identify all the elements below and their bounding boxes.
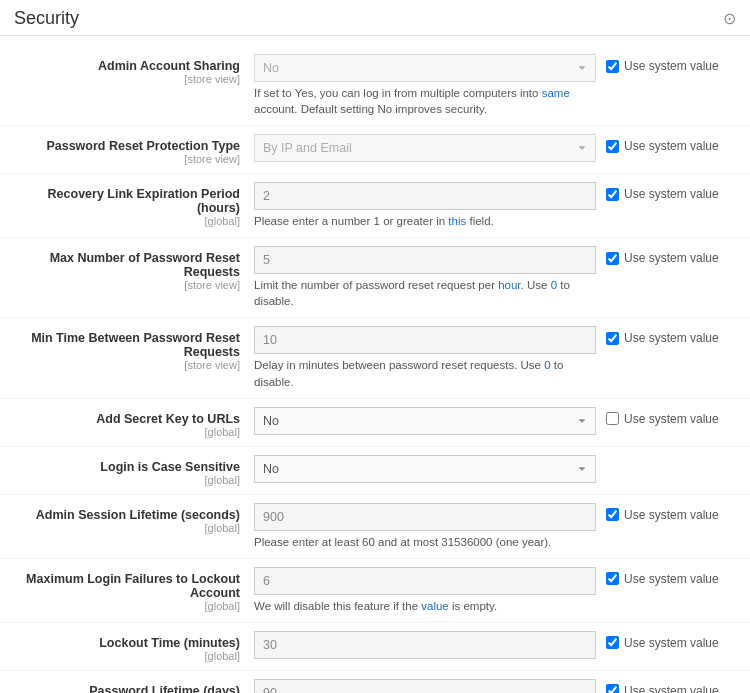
checkbox-col-lockout_time: Use system value: [606, 631, 736, 650]
use-system-checkbox-recovery_link_expiration_period[interactable]: [606, 188, 619, 201]
field-scope-max_login_failures: [global]: [14, 600, 240, 612]
input-col-admin_session_lifetime: Please enter at least 60 and at most 315…: [254, 503, 606, 550]
use-system-checkbox-password_reset_protection_type[interactable]: [606, 140, 619, 153]
form-row-max_password_reset_requests: Max Number of Password Reset Requests[st…: [0, 238, 750, 318]
use-system-text-password_reset_protection_type: Use system value: [624, 139, 719, 153]
use-system-text-admin_account_sharing: Use system value: [624, 59, 719, 73]
label-col-admin_session_lifetime: Admin Session Lifetime (seconds)[global]: [14, 503, 254, 534]
select-login_case_sensitive[interactable]: NoYes: [254, 455, 596, 483]
page-title: Security: [14, 8, 79, 29]
form-row-add_secret_key: Add Secret Key to URLs[global]NoYesUse s…: [0, 399, 750, 447]
field-scope-recovery_link_expiration_period: [global]: [14, 215, 240, 227]
checkbox-col-login_case_sensitive: [606, 455, 736, 460]
field-scope-admin_account_sharing: [store view]: [14, 73, 240, 85]
form-row-admin_account_sharing: Admin Account Sharing[store view]NoYesIf…: [0, 46, 750, 126]
use-system-text-password_lifetime: Use system value: [624, 684, 719, 693]
note-link-0[interactable]: 0: [551, 279, 557, 291]
field-note-max_login_failures: We will disable this feature if the valu…: [254, 598, 596, 614]
use-system-label-lockout_time[interactable]: Use system value: [606, 636, 719, 650]
use-system-label-password_lifetime[interactable]: Use system value: [606, 684, 719, 693]
use-system-label-min_time_between_resets[interactable]: Use system value: [606, 331, 719, 345]
label-col-add_secret_key: Add Secret Key to URLs[global]: [14, 407, 254, 438]
label-col-recovery_link_expiration_period: Recovery Link Expiration Period (hours)[…: [14, 182, 254, 227]
field-scope-max_password_reset_requests: [store view]: [14, 279, 240, 291]
page-header: Security ⊙: [0, 0, 750, 36]
use-system-label-recovery_link_expiration_period[interactable]: Use system value: [606, 187, 719, 201]
checkbox-col-admin_session_lifetime: Use system value: [606, 503, 736, 522]
use-system-checkbox-admin_session_lifetime[interactable]: [606, 508, 619, 521]
checkbox-col-admin_account_sharing: Use system value: [606, 54, 736, 73]
input-lockout_time[interactable]: [254, 631, 596, 659]
input-col-max_password_reset_requests: Limit the number of password reset reque…: [254, 246, 606, 309]
field-scope-lockout_time: [global]: [14, 650, 240, 662]
field-note-link-max_login_failures[interactable]: value: [421, 600, 449, 612]
field-label-password_lifetime: Password Lifetime (days): [14, 684, 240, 693]
use-system-checkbox-password_lifetime[interactable]: [606, 684, 619, 693]
field-note-link-admin_account_sharing[interactable]: same: [542, 87, 570, 99]
use-system-label-admin_account_sharing[interactable]: Use system value: [606, 59, 719, 73]
label-col-login_case_sensitive: Login is Case Sensitive[global]: [14, 455, 254, 486]
content-area: Admin Account Sharing[store view]NoYesIf…: [0, 36, 750, 693]
checkbox-col-password_reset_protection_type: Use system value: [606, 134, 736, 153]
label-col-admin_account_sharing: Admin Account Sharing[store view]: [14, 54, 254, 85]
use-system-checkbox-min_time_between_resets[interactable]: [606, 332, 619, 345]
label-col-password_lifetime: Password Lifetime (days)[global]: [14, 679, 254, 693]
label-col-max_login_failures: Maximum Login Failures to Lockout Accoun…: [14, 567, 254, 612]
input-min_time_between_resets[interactable]: [254, 326, 596, 354]
use-system-text-admin_session_lifetime: Use system value: [624, 508, 719, 522]
use-system-checkbox-admin_account_sharing[interactable]: [606, 60, 619, 73]
form-row-max_login_failures: Maximum Login Failures to Lockout Accoun…: [0, 559, 750, 623]
use-system-label-admin_session_lifetime[interactable]: Use system value: [606, 508, 719, 522]
input-col-admin_account_sharing: NoYesIf set to Yes, you can log in from …: [254, 54, 606, 117]
field-scope-password_reset_protection_type: [store view]: [14, 153, 240, 165]
checkbox-col-password_lifetime: Use system value: [606, 679, 736, 693]
field-label-password_reset_protection_type: Password Reset Protection Type: [14, 139, 240, 153]
field-scope-login_case_sensitive: [global]: [14, 474, 240, 486]
form-row-password_reset_protection_type: Password Reset Protection Type[store vie…: [0, 126, 750, 174]
input-password_lifetime[interactable]: [254, 679, 596, 693]
field-label-login_case_sensitive: Login is Case Sensitive: [14, 460, 240, 474]
use-system-text-max_login_failures: Use system value: [624, 572, 719, 586]
select-add_secret_key[interactable]: NoYes: [254, 407, 596, 435]
input-col-add_secret_key: NoYes: [254, 407, 606, 435]
use-system-text-lockout_time: Use system value: [624, 636, 719, 650]
use-system-checkbox-lockout_time[interactable]: [606, 636, 619, 649]
use-system-text-min_time_between_resets: Use system value: [624, 331, 719, 345]
form-row-admin_session_lifetime: Admin Session Lifetime (seconds)[global]…: [0, 495, 750, 559]
label-col-password_reset_protection_type: Password Reset Protection Type[store vie…: [14, 134, 254, 165]
input-col-recovery_link_expiration_period: Please enter a number 1 or greater in th…: [254, 182, 606, 229]
use-system-label-max_login_failures[interactable]: Use system value: [606, 572, 719, 586]
field-label-lockout_time: Lockout Time (minutes): [14, 636, 240, 650]
input-admin_session_lifetime[interactable]: [254, 503, 596, 531]
input-max_login_failures[interactable]: [254, 567, 596, 595]
use-system-label-max_password_reset_requests[interactable]: Use system value: [606, 251, 719, 265]
use-system-checkbox-max_password_reset_requests[interactable]: [606, 252, 619, 265]
field-label-max_login_failures: Maximum Login Failures to Lockout Accoun…: [14, 572, 240, 600]
use-system-text-recovery_link_expiration_period: Use system value: [624, 187, 719, 201]
input-col-min_time_between_resets: Delay in minutes between password reset …: [254, 326, 606, 389]
input-col-max_login_failures: We will disable this feature if the valu…: [254, 567, 606, 614]
use-system-text-max_password_reset_requests: Use system value: [624, 251, 719, 265]
input-col-login_case_sensitive: NoYes: [254, 455, 606, 483]
label-col-max_password_reset_requests: Max Number of Password Reset Requests[st…: [14, 246, 254, 291]
use-system-label-password_reset_protection_type[interactable]: Use system value: [606, 139, 719, 153]
field-note-link-recovery_link_expiration_period[interactable]: this: [448, 215, 466, 227]
field-note-link-min_time_between_resets[interactable]: 0: [544, 359, 550, 371]
label-col-min_time_between_resets: Min Time Between Password Reset Requests…: [14, 326, 254, 371]
field-label-admin_session_lifetime: Admin Session Lifetime (seconds): [14, 508, 240, 522]
use-system-checkbox-max_login_failures[interactable]: [606, 572, 619, 585]
label-col-lockout_time: Lockout Time (minutes)[global]: [14, 631, 254, 662]
note-link-hour[interactable]: hour: [498, 279, 520, 291]
use-system-checkbox-add_secret_key[interactable]: [606, 412, 619, 425]
field-scope-add_secret_key: [global]: [14, 426, 240, 438]
select-admin_account_sharing[interactable]: NoYes: [254, 54, 596, 82]
field-label-max_password_reset_requests: Max Number of Password Reset Requests: [14, 251, 240, 279]
use-system-label-add_secret_key[interactable]: Use system value: [606, 412, 719, 426]
collapse-icon[interactable]: ⊙: [723, 9, 736, 28]
select-password_reset_protection_type[interactable]: By IP and EmailBy IPBy EmailNone: [254, 134, 596, 162]
input-max_password_reset_requests[interactable]: [254, 246, 596, 274]
field-note-min_time_between_resets: Delay in minutes between password reset …: [254, 357, 596, 389]
checkbox-col-min_time_between_resets: Use system value: [606, 326, 736, 345]
form-row-login_case_sensitive: Login is Case Sensitive[global]NoYes: [0, 447, 750, 495]
input-recovery_link_expiration_period[interactable]: [254, 182, 596, 210]
